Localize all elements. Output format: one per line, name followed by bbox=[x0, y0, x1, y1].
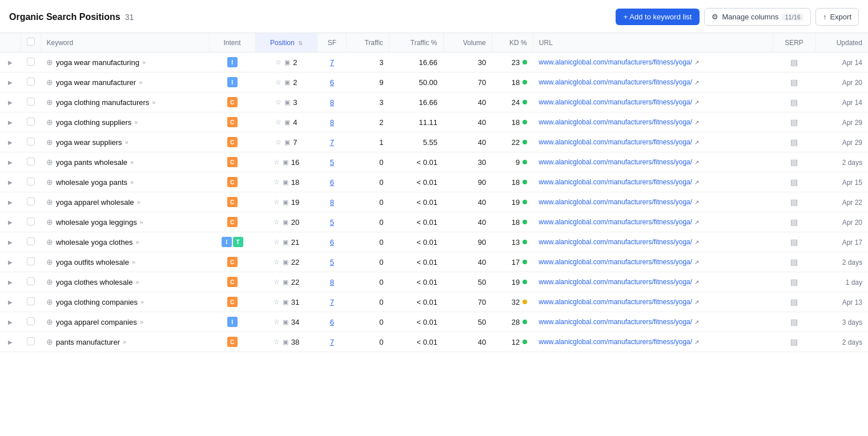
row-checkbox[interactable] bbox=[27, 158, 35, 165]
url-link[interactable]: www.alanicglobal.com/manufacturers/fitne… bbox=[539, 278, 767, 286]
add-to-keyword-list-button[interactable]: + Add to keyword list bbox=[616, 9, 700, 25]
serp-icon[interactable]: ▤ bbox=[790, 177, 798, 187]
sf-value[interactable]: 6 bbox=[330, 178, 334, 187]
col-header-keyword[interactable]: Keyword bbox=[41, 33, 209, 53]
serp-icon[interactable]: ▤ bbox=[790, 337, 798, 346]
expand-button[interactable]: ▶ bbox=[6, 298, 15, 306]
col-header-kd[interactable]: KD % bbox=[492, 33, 533, 53]
kd-cell: 12 bbox=[497, 338, 527, 346]
col-header-updated[interactable]: Updated bbox=[815, 33, 868, 53]
col-header-url[interactable]: URL bbox=[533, 33, 773, 53]
sf-value[interactable]: 5 bbox=[330, 218, 334, 227]
expand-button[interactable]: ▶ bbox=[6, 338, 15, 346]
row-checkbox[interactable] bbox=[27, 78, 35, 86]
url-link[interactable]: www.alanicglobal.com/manufacturers/fitne… bbox=[539, 58, 767, 66]
col-header-intent[interactable]: Intent bbox=[209, 33, 255, 53]
top-bar-right: + Add to keyword list ⚙ Manage columns 1… bbox=[616, 8, 859, 26]
expand-button[interactable]: ▶ bbox=[6, 78, 15, 87]
url-link[interactable]: www.alanicglobal.com/manufacturers/fitne… bbox=[539, 98, 767, 106]
row-checkbox[interactable] bbox=[27, 277, 35, 285]
sf-value[interactable]: 8 bbox=[330, 278, 334, 286]
sf-value[interactable]: 8 bbox=[330, 98, 334, 107]
url-link[interactable]: www.alanicglobal.com/manufacturers/fitne… bbox=[539, 218, 767, 226]
col-header-traffic-pct[interactable]: Traffic % bbox=[389, 33, 443, 53]
expand-button[interactable]: ▶ bbox=[6, 98, 15, 107]
serp-icon[interactable]: ▤ bbox=[790, 317, 798, 326]
row-checkbox[interactable] bbox=[27, 118, 35, 126]
expand-button[interactable]: ▶ bbox=[6, 118, 15, 127]
sf-value[interactable]: 8 bbox=[330, 198, 334, 207]
manage-columns-button[interactable]: ⚙ Manage columns 11/16 bbox=[704, 8, 811, 26]
expand-button[interactable]: ▶ bbox=[6, 178, 15, 187]
row-checkbox[interactable] bbox=[27, 237, 35, 245]
expand-button[interactable]: ▶ bbox=[6, 198, 15, 207]
export-button[interactable]: ↑ Export bbox=[815, 8, 859, 26]
expand-button[interactable]: ▶ bbox=[6, 218, 15, 227]
col-header-sf[interactable]: SF bbox=[318, 33, 347, 53]
sf-value[interactable]: 7 bbox=[330, 338, 334, 346]
serp-icon[interactable]: ▤ bbox=[790, 98, 798, 107]
url-link[interactable]: www.alanicglobal.com/manufacturers/fitne… bbox=[539, 298, 767, 306]
expand-button[interactable]: ▶ bbox=[6, 238, 15, 247]
col-header-serp[interactable]: SERP bbox=[773, 33, 815, 53]
sf-value[interactable]: 5 bbox=[330, 258, 334, 267]
row-checkbox[interactable] bbox=[27, 217, 35, 225]
keyword-cell: ⊕ wholesale yoga clothes » bbox=[46, 237, 203, 247]
col-header-traffic[interactable]: Traffic bbox=[347, 33, 389, 53]
serp-icon[interactable]: ▤ bbox=[790, 237, 798, 247]
position-cell: ☆ ▣ 31 bbox=[261, 298, 312, 306]
row-checkbox[interactable] bbox=[27, 58, 35, 66]
row-checkbox[interactable] bbox=[27, 138, 35, 146]
url-link[interactable]: www.alanicglobal.com/manufacturers/fitne… bbox=[539, 118, 767, 126]
serp-icon[interactable]: ▤ bbox=[790, 297, 798, 306]
expand-button[interactable]: ▶ bbox=[6, 158, 15, 167]
serp-icon[interactable]: ▤ bbox=[790, 158, 798, 167]
url-link[interactable]: www.alanicglobal.com/manufacturers/fitne… bbox=[539, 338, 767, 346]
serp-icon[interactable]: ▤ bbox=[790, 217, 798, 227]
col-header-position[interactable]: Position ⇅ bbox=[255, 33, 318, 53]
sf-value[interactable]: 6 bbox=[330, 78, 334, 87]
volume-value: 50 bbox=[478, 278, 486, 286]
url-link[interactable]: www.alanicglobal.com/manufacturers/fitne… bbox=[539, 158, 767, 166]
expand-button[interactable]: ▶ bbox=[6, 278, 15, 286]
kd-value: 28 bbox=[512, 318, 520, 326]
serp-icon[interactable]: ▤ bbox=[790, 197, 798, 207]
expand-button[interactable]: ▶ bbox=[6, 318, 15, 326]
url-link[interactable]: www.alanicglobal.com/manufacturers/fitne… bbox=[539, 78, 767, 86]
sf-value[interactable]: 7 bbox=[330, 298, 334, 306]
star-icon: ☆ bbox=[275, 98, 282, 106]
star-icon: ☆ bbox=[275, 78, 282, 86]
col-header-volume[interactable]: Volume bbox=[443, 33, 492, 53]
expand-button[interactable]: ▶ bbox=[6, 258, 15, 267]
row-checkbox[interactable] bbox=[27, 177, 35, 185]
serp-icon[interactable]: ▤ bbox=[790, 277, 798, 286]
url-link[interactable]: www.alanicglobal.com/manufacturers/fitne… bbox=[539, 238, 767, 246]
row-checkbox[interactable] bbox=[27, 98, 35, 106]
row-checkbox[interactable] bbox=[27, 317, 35, 325]
sf-value[interactable]: 7 bbox=[330, 138, 334, 147]
header-checkbox[interactable] bbox=[27, 38, 35, 46]
sf-value[interactable]: 6 bbox=[330, 238, 334, 247]
serp-icon[interactable]: ▤ bbox=[790, 78, 798, 87]
serp-icon[interactable]: ▤ bbox=[790, 138, 798, 147]
serp-icon[interactable]: ▤ bbox=[790, 58, 798, 67]
col-header-checkbox[interactable] bbox=[21, 33, 41, 53]
url-link[interactable]: www.alanicglobal.com/manufacturers/fitne… bbox=[539, 318, 767, 326]
row-checkbox[interactable] bbox=[27, 257, 35, 265]
expand-button[interactable]: ▶ bbox=[6, 138, 15, 147]
url-link[interactable]: www.alanicglobal.com/manufacturers/fitne… bbox=[539, 138, 767, 146]
sf-value[interactable]: 8 bbox=[330, 118, 334, 127]
kd-value: 22 bbox=[512, 138, 520, 147]
url-link[interactable]: www.alanicglobal.com/manufacturers/fitne… bbox=[539, 198, 767, 206]
expand-button[interactable]: ▶ bbox=[6, 58, 15, 67]
row-checkbox[interactable] bbox=[27, 297, 35, 305]
url-link[interactable]: www.alanicglobal.com/manufacturers/fitne… bbox=[539, 258, 767, 266]
sf-value[interactable]: 6 bbox=[330, 318, 334, 326]
row-checkbox[interactable] bbox=[27, 197, 35, 205]
sf-value[interactable]: 7 bbox=[330, 58, 334, 67]
sf-value[interactable]: 5 bbox=[330, 158, 334, 167]
serp-icon[interactable]: ▤ bbox=[790, 118, 798, 127]
serp-icon[interactable]: ▤ bbox=[790, 257, 798, 267]
url-link[interactable]: www.alanicglobal.com/manufacturers/fitne… bbox=[539, 178, 767, 186]
row-checkbox[interactable] bbox=[27, 337, 35, 345]
